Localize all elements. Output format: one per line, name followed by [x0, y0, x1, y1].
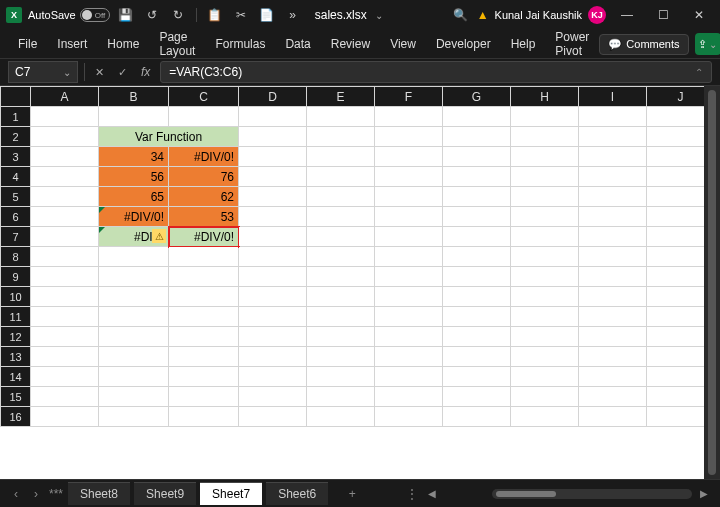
cell[interactable]	[443, 327, 511, 347]
cell[interactable]	[99, 267, 169, 287]
cell[interactable]	[579, 167, 647, 187]
col-header-H[interactable]: H	[511, 87, 579, 107]
cell[interactable]	[31, 267, 99, 287]
cell-B4[interactable]: 56	[99, 167, 169, 187]
cell[interactable]	[169, 247, 239, 267]
cell[interactable]	[31, 407, 99, 427]
cell[interactable]	[375, 187, 443, 207]
cell[interactable]	[443, 247, 511, 267]
cell[interactable]	[307, 147, 375, 167]
cell[interactable]	[239, 287, 307, 307]
cell[interactable]	[31, 167, 99, 187]
cell[interactable]	[511, 327, 579, 347]
col-header-J[interactable]: J	[647, 87, 705, 107]
sheet-tab-sheet8[interactable]: Sheet8	[68, 482, 130, 505]
col-header-A[interactable]: A	[31, 87, 99, 107]
cell-C5[interactable]: 62	[169, 187, 239, 207]
cell[interactable]	[31, 387, 99, 407]
cell[interactable]	[31, 347, 99, 367]
ribbon-tab-home[interactable]: Home	[97, 33, 149, 55]
cell-B3[interactable]: 34	[99, 147, 169, 167]
cell[interactable]	[647, 227, 705, 247]
cell[interactable]	[647, 267, 705, 287]
cell[interactable]	[239, 187, 307, 207]
cell[interactable]	[239, 147, 307, 167]
cell[interactable]	[443, 407, 511, 427]
cell[interactable]	[579, 287, 647, 307]
cut-icon[interactable]: ✂	[231, 5, 251, 25]
cell[interactable]	[647, 127, 705, 147]
overflow-icon[interactable]: »	[283, 5, 303, 25]
cell[interactable]	[239, 227, 307, 247]
cell[interactable]	[443, 207, 511, 227]
cell[interactable]	[511, 247, 579, 267]
cell[interactable]	[443, 107, 511, 127]
ribbon-tab-formulas[interactable]: Formulas	[205, 33, 275, 55]
cell[interactable]	[31, 287, 99, 307]
grid[interactable]: A B C D E F G H I J 1 2Var Function 334#…	[0, 86, 704, 479]
col-header-D[interactable]: D	[239, 87, 307, 107]
cell[interactable]	[169, 367, 239, 387]
ribbon-tab-file[interactable]: File	[8, 33, 47, 55]
cell[interactable]	[239, 167, 307, 187]
cell[interactable]	[511, 287, 579, 307]
horizontal-scrollbar[interactable]	[492, 489, 692, 499]
cell[interactable]	[511, 207, 579, 227]
vertical-scrollbar[interactable]	[704, 86, 720, 479]
comments-button[interactable]: 💬 Comments	[599, 34, 688, 55]
hscroll-right-icon[interactable]: ▶	[696, 488, 712, 499]
minimize-button[interactable]: —	[612, 3, 642, 27]
row-header-7[interactable]: 7	[1, 227, 31, 247]
cell[interactable]	[443, 347, 511, 367]
ribbon-tab-insert[interactable]: Insert	[47, 33, 97, 55]
cell-C4[interactable]: 76	[169, 167, 239, 187]
cell[interactable]	[239, 407, 307, 427]
cell[interactable]	[99, 107, 169, 127]
cell[interactable]	[647, 187, 705, 207]
cell-B5[interactable]: 65	[99, 187, 169, 207]
autosave-toggle[interactable]: AutoSave Off	[28, 8, 110, 22]
cell[interactable]	[31, 147, 99, 167]
cell[interactable]	[239, 267, 307, 287]
scroll-thumb[interactable]	[496, 491, 556, 497]
cell[interactable]	[307, 127, 375, 147]
cell[interactable]	[169, 347, 239, 367]
cell[interactable]	[99, 307, 169, 327]
cell[interactable]	[375, 387, 443, 407]
cell[interactable]	[239, 327, 307, 347]
cell[interactable]	[307, 207, 375, 227]
cell[interactable]	[375, 367, 443, 387]
cell[interactable]	[99, 387, 169, 407]
close-button[interactable]: ✕	[684, 3, 714, 27]
cell[interactable]	[579, 147, 647, 167]
cell[interactable]	[239, 107, 307, 127]
cell[interactable]	[239, 307, 307, 327]
cell[interactable]	[511, 107, 579, 127]
cell[interactable]	[99, 287, 169, 307]
cell[interactable]	[307, 307, 375, 327]
cell[interactable]	[511, 147, 579, 167]
maximize-button[interactable]: ☐	[648, 3, 678, 27]
cell[interactable]	[239, 367, 307, 387]
cell[interactable]	[443, 287, 511, 307]
cell[interactable]	[99, 367, 169, 387]
cell[interactable]	[375, 247, 443, 267]
cell[interactable]	[579, 367, 647, 387]
sheet-options-icon[interactable]: ⋮	[404, 487, 420, 501]
merged-header-cell[interactable]: Var Function	[99, 127, 239, 147]
cell[interactable]	[169, 307, 239, 327]
cell[interactable]	[31, 227, 99, 247]
cell[interactable]	[647, 387, 705, 407]
cell[interactable]	[31, 107, 99, 127]
cell[interactable]	[307, 347, 375, 367]
sheet-tab-sheet7[interactable]: Sheet7	[200, 482, 262, 505]
user-account[interactable]: ▲ Kunal Jai Kaushik KJ	[477, 6, 606, 24]
cell[interactable]	[511, 227, 579, 247]
cell[interactable]	[647, 167, 705, 187]
cell[interactable]	[307, 367, 375, 387]
cell[interactable]	[579, 327, 647, 347]
cell[interactable]	[31, 327, 99, 347]
cell[interactable]	[443, 367, 511, 387]
cell[interactable]	[31, 367, 99, 387]
cell[interactable]	[375, 167, 443, 187]
